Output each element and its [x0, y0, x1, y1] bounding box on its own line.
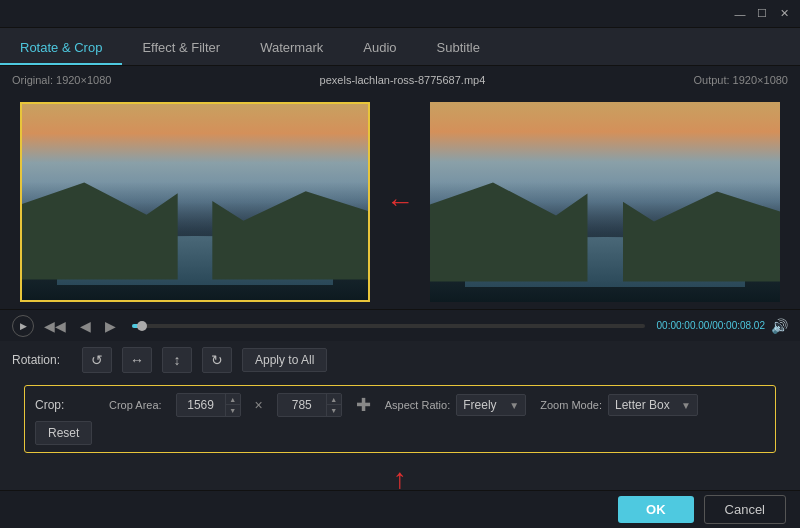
- reset-button[interactable]: Reset: [35, 421, 92, 445]
- tab-effect-filter[interactable]: Effect & Filter: [122, 32, 240, 65]
- cancel-button[interactable]: Cancel: [704, 495, 786, 524]
- crop-wrapper: Crop: Crop Area: ▲ ▼ × ▲ ▼: [0, 379, 800, 459]
- zoom-mode-label: Zoom Mode:: [540, 399, 602, 411]
- volume-icon[interactable]: 🔊: [771, 318, 788, 334]
- title-bar: — ☐ ✕: [0, 0, 800, 28]
- crop-width-spinbox[interactable]: ▲ ▼: [176, 393, 241, 417]
- aspect-ratio-group: Aspect Ratio: Freely ▼: [385, 394, 526, 416]
- crop-width-up[interactable]: ▲: [226, 394, 240, 405]
- time-dot: [137, 321, 147, 331]
- footer: OK Cancel: [0, 490, 800, 528]
- tab-subtitle[interactable]: Subtitle: [417, 32, 500, 65]
- aspect-ratio-value: Freely: [463, 398, 496, 412]
- crop-inner: Crop: Crop Area: ▲ ▼ × ▲ ▼: [35, 387, 765, 451]
- apply-all-button[interactable]: Apply to All: [242, 348, 327, 372]
- aspect-ratio-label: Aspect Ratio:: [385, 399, 450, 411]
- crop-width-down[interactable]: ▼: [226, 405, 240, 416]
- crop-height-spinbox[interactable]: ▲ ▼: [277, 393, 342, 417]
- maximize-button[interactable]: ☐: [754, 6, 770, 22]
- video-frame-left: [22, 104, 368, 300]
- tab-bar: Rotate & Crop Effect & Filter Watermark …: [0, 28, 800, 66]
- aspect-ratio-dropdown[interactable]: Freely ▼: [456, 394, 526, 416]
- flip-horizontal-button[interactable]: ↔: [122, 347, 152, 373]
- beach-left-right: [430, 172, 588, 282]
- zoom-mode-arrow: ▼: [681, 400, 691, 411]
- times-icon: ×: [255, 397, 263, 413]
- close-button[interactable]: ✕: [776, 6, 792, 22]
- crop-height-up[interactable]: ▲: [327, 394, 341, 405]
- video-frame-right: [430, 102, 780, 302]
- crop-bot-row: Reset: [35, 421, 765, 445]
- crop-section: Crop: Crop Area: ▲ ▼ × ▲ ▼: [24, 385, 776, 453]
- minimize-button[interactable]: —: [732, 6, 748, 22]
- ok-button[interactable]: OK: [618, 496, 694, 523]
- preview-area: ←: [0, 94, 800, 309]
- zoom-mode-value: Letter Box: [615, 398, 670, 412]
- beach-right-left: [212, 182, 368, 280]
- crop-label: Crop:: [35, 398, 95, 412]
- preview-arrow: ←: [386, 188, 414, 216]
- zoom-mode-dropdown[interactable]: Letter Box ▼: [608, 394, 698, 416]
- preview-controls: ▶ ◀◀ ◀ ▶ 00:00:00.00/00:00:08.02 🔊: [0, 309, 800, 341]
- tab-rotate-crop[interactable]: Rotate & Crop: [0, 32, 122, 65]
- tab-audio[interactable]: Audio: [343, 32, 416, 65]
- crop-width-input[interactable]: [177, 394, 225, 416]
- tab-watermark[interactable]: Watermark: [240, 32, 343, 65]
- aspect-ratio-arrow: ▼: [509, 400, 519, 411]
- crop-width-arrows: ▲ ▼: [225, 394, 240, 416]
- window-controls: — ☐ ✕: [732, 6, 792, 22]
- center-icon[interactable]: ✚: [356, 394, 371, 416]
- output-resolution: Output: 1920×1080: [693, 74, 788, 86]
- crop-height-down[interactable]: ▼: [327, 405, 341, 416]
- info-bar: Original: 1920×1080 pexels-lachlan-ross-…: [0, 66, 800, 94]
- beach-left: [22, 172, 178, 280]
- crop-area-label: Crop Area:: [109, 399, 162, 411]
- crop-top-row: Crop: Crop Area: ▲ ▼ × ▲ ▼: [35, 393, 765, 417]
- time-display: 00:00:00.00/00:00:08.02: [657, 320, 765, 331]
- preview-left: [20, 102, 370, 302]
- beach-right-right: [623, 182, 781, 282]
- crop-height-input[interactable]: [278, 394, 326, 416]
- rotate-left-button[interactable]: ↺: [82, 347, 112, 373]
- next-frame-button[interactable]: ▶: [101, 316, 120, 336]
- crop-height-arrows: ▲ ▼: [326, 394, 341, 416]
- original-resolution: Original: 1920×1080: [12, 74, 111, 86]
- preview-right: [430, 102, 780, 302]
- time-track[interactable]: [132, 324, 645, 328]
- step-back-button[interactable]: ◀◀: [40, 316, 70, 336]
- play-button[interactable]: ▶: [12, 315, 34, 337]
- flip-vertical-button[interactable]: ↕: [162, 347, 192, 373]
- rotate-right-button[interactable]: ↻: [202, 347, 232, 373]
- filename: pexels-lachlan-ross-8775687.mp4: [320, 74, 486, 86]
- prev-frame-button[interactable]: ◀: [76, 316, 95, 336]
- zoom-mode-group: Zoom Mode: Letter Box ▼: [540, 394, 698, 416]
- rotation-section: Rotation: ↺ ↔ ↕ ↻ Apply to All: [0, 341, 800, 379]
- arrow-container: ←: [370, 188, 430, 216]
- rotation-label: Rotation:: [12, 353, 72, 367]
